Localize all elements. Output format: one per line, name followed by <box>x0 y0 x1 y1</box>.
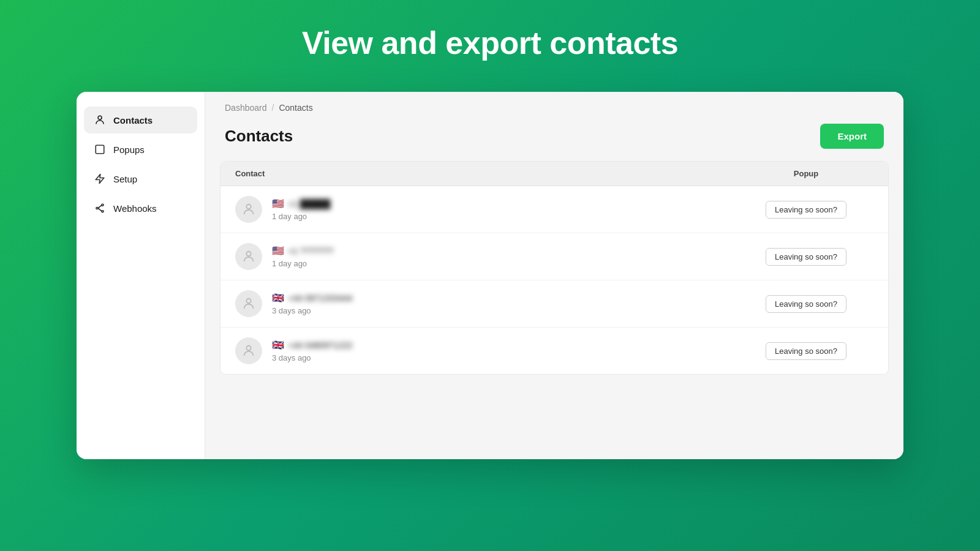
popup-cell: Leaving so soon? <box>739 295 873 313</box>
svg-point-9 <box>246 252 251 256</box>
table-row: 🇬🇧 +44 0480971222 3 days ago Leaving so … <box>221 328 888 374</box>
contact-cell: 🇬🇧 +44 0871333444 3 days ago <box>235 290 739 317</box>
avatar <box>235 196 262 223</box>
phone-number: +44 0480971222 <box>288 340 353 350</box>
svg-point-0 <box>98 116 102 119</box>
hero-title: View and export contacts <box>290 0 690 92</box>
phone-number: +1 ??????? <box>288 246 333 256</box>
svg-point-8 <box>246 204 251 209</box>
sidebar-item-contacts[interactable]: Contacts <box>84 107 197 133</box>
contact-info: 🇬🇧 +44 0480971222 3 days ago <box>272 339 353 362</box>
contact-cell: 🇺🇸 +1 ??????? 1 day ago <box>235 243 739 270</box>
sidebar-item-setup[interactable]: Setup <box>84 165 197 192</box>
sidebar-setup-label: Setup <box>113 174 137 184</box>
avatar <box>235 337 262 364</box>
flag-icon: 🇺🇸 <box>272 198 284 209</box>
phone-number: +44 0871333444 <box>288 293 353 303</box>
svg-rect-1 <box>96 145 104 154</box>
app-window: Contacts Popups Setup <box>77 92 903 459</box>
contacts-table: Contact Popup 🇺🇸 +1 █████ <box>220 161 889 375</box>
flag-icon: 🇬🇧 <box>272 292 284 304</box>
table-header: Contact Popup <box>221 162 888 186</box>
contact-cell: 🇬🇧 +44 0480971222 3 days ago <box>235 337 739 364</box>
svg-line-6 <box>98 205 102 208</box>
breadcrumb-separator: / <box>272 103 274 113</box>
breadcrumb: Dashboard / Contacts <box>205 92 903 119</box>
column-header-popup: Popup <box>739 169 873 178</box>
table-row: 🇺🇸 +1 ??????? 1 day ago Leaving so soon? <box>221 233 888 280</box>
svg-line-7 <box>98 208 102 211</box>
avatar <box>235 243 262 270</box>
popup-badge: Leaving so soon? <box>766 342 846 360</box>
sidebar-item-webhooks[interactable]: Webhooks <box>84 195 197 222</box>
popup-cell: Leaving so soon? <box>739 248 873 266</box>
main-content: Dashboard / Contacts Contacts Export Con… <box>205 92 903 459</box>
square-icon <box>94 143 106 156</box>
page-header: Contacts Export <box>205 119 903 161</box>
popup-badge: Leaving so soon? <box>766 201 846 219</box>
flag-icon: 🇺🇸 <box>272 245 284 257</box>
sidebar-contacts-label: Contacts <box>113 115 153 126</box>
contact-info: 🇬🇧 +44 0871333444 3 days ago <box>272 292 353 315</box>
contact-phone: 🇺🇸 +1 ??????? <box>272 245 333 257</box>
export-button[interactable]: Export <box>820 124 884 149</box>
contact-phone: 🇺🇸 +1 █████ <box>272 198 330 209</box>
person-icon <box>94 114 106 126</box>
sidebar: Contacts Popups Setup <box>77 92 205 459</box>
popup-badge: Leaving so soon? <box>766 295 846 313</box>
sidebar-webhooks-label: Webhooks <box>113 203 157 214</box>
svg-marker-2 <box>96 174 104 184</box>
contact-info: 🇺🇸 +1 █████ 1 day ago <box>272 198 330 221</box>
popup-cell: Leaving so soon? <box>739 201 873 219</box>
webhook-icon <box>94 202 106 214</box>
sidebar-popups-label: Popups <box>113 144 145 155</box>
table-row: 🇬🇧 +44 0871333444 3 days ago Leaving so … <box>221 280 888 328</box>
svg-point-10 <box>246 299 251 303</box>
page-title: Contacts <box>225 127 293 146</box>
avatar <box>235 290 262 317</box>
contact-phone: 🇬🇧 +44 0871333444 <box>272 292 353 304</box>
sidebar-item-popups[interactable]: Popups <box>84 136 197 163</box>
contact-time: 1 day ago <box>272 259 333 268</box>
phone-number: +1 █████ <box>288 199 330 209</box>
table-row: 🇺🇸 +1 █████ 1 day ago Leaving so soon? <box>221 186 888 233</box>
contact-time: 1 day ago <box>272 212 330 221</box>
contact-time: 3 days ago <box>272 306 353 315</box>
popup-cell: Leaving so soon? <box>739 342 873 360</box>
svg-point-11 <box>246 346 251 350</box>
breadcrumb-home[interactable]: Dashboard <box>225 103 267 113</box>
contact-time: 3 days ago <box>272 353 353 362</box>
flag-icon: 🇬🇧 <box>272 339 284 351</box>
contact-cell: 🇺🇸 +1 █████ 1 day ago <box>235 196 739 223</box>
contact-phone: 🇬🇧 +44 0480971222 <box>272 339 353 351</box>
column-header-contact: Contact <box>235 169 739 178</box>
popup-badge: Leaving so soon? <box>766 248 846 266</box>
contact-info: 🇺🇸 +1 ??????? 1 day ago <box>272 245 333 268</box>
breadcrumb-current: Contacts <box>279 103 312 113</box>
bolt-icon <box>94 173 106 185</box>
